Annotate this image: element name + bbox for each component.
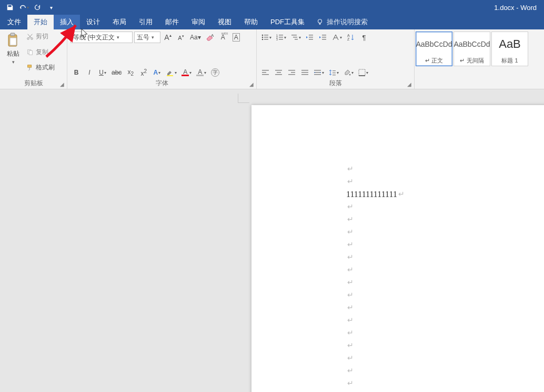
copy-button[interactable]: 复制 bbox=[25, 47, 56, 57]
paragraph-mark-icon: ↵ bbox=[347, 339, 354, 352]
tab-review[interactable]: 审阅 bbox=[185, 15, 211, 29]
strikethrough-button[interactable]: abc bbox=[110, 67, 123, 78]
qat-customize-button[interactable]: ▾ bbox=[45, 2, 57, 13]
svg-rect-10 bbox=[167, 75, 173, 76]
style-heading-1[interactable]: AaB 标题 1 bbox=[491, 32, 528, 66]
justify-button[interactable] bbox=[299, 67, 311, 78]
paragraph[interactable]: 1111111111111↵ bbox=[346, 188, 544, 201]
style-no-spacing[interactable]: AaBbCcDd ↵ 无间隔 bbox=[454, 32, 490, 66]
enclose-char-button[interactable]: 字 bbox=[209, 67, 221, 78]
bucket-icon bbox=[344, 69, 351, 76]
paragraph-mark-icon: ↵ bbox=[347, 226, 354, 239]
align-left-button[interactable] bbox=[260, 67, 271, 78]
paragraph[interactable]: ↵ bbox=[346, 213, 544, 226]
undo-button[interactable]: ▾ bbox=[18, 2, 29, 13]
paragraph[interactable]: ↵ bbox=[346, 339, 544, 352]
tab-home[interactable]: 开始 bbox=[27, 15, 54, 29]
svg-rect-42 bbox=[288, 74, 295, 75]
show-marks-button[interactable]: ¶ bbox=[358, 32, 370, 43]
paragraph[interactable]: ↵ bbox=[346, 327, 544, 339]
paragraph-mark-icon: ↵ bbox=[398, 188, 405, 201]
underline-button[interactable]: U▾ bbox=[97, 67, 108, 78]
paragraph[interactable]: ↵ bbox=[346, 352, 544, 365]
multilevel-list-button[interactable]: ▾ bbox=[289, 32, 303, 43]
document-page[interactable]: ↵↵1111111111111↵↵↵↵↵↵↵↵↵↵↵↵↵↵↵↵↵↵ bbox=[251, 105, 544, 392]
paragraph[interactable]: ↵ bbox=[346, 239, 544, 251]
cut-button[interactable]: 剪切 bbox=[25, 32, 56, 42]
paste-button[interactable]: 粘贴 ▾ bbox=[3, 32, 23, 66]
paragraph[interactable]: ↵ bbox=[346, 264, 544, 276]
tab-help[interactable]: 帮助 bbox=[238, 15, 264, 29]
bold-button[interactable]: B bbox=[70, 67, 82, 78]
tab-design[interactable]: 设计 bbox=[80, 15, 106, 29]
tab-references[interactable]: 引用 bbox=[133, 15, 159, 29]
tab-mailings[interactable]: 邮件 bbox=[159, 15, 185, 29]
borders-button[interactable]: ▾ bbox=[357, 67, 370, 78]
paragraph[interactable]: ↵ bbox=[346, 163, 544, 176]
change-case-button[interactable]: Aa▾ bbox=[188, 32, 203, 43]
tab-insert[interactable]: 插入 bbox=[54, 15, 80, 29]
char-border-button[interactable]: A bbox=[230, 32, 242, 43]
style-normal[interactable]: AaBbCcDd ↵ 正文 bbox=[416, 32, 452, 66]
tell-me-search[interactable]: 操作说明搜索 bbox=[311, 15, 373, 29]
copy-icon bbox=[26, 48, 34, 56]
change-case-icon: Aa bbox=[190, 34, 198, 41]
paragraph[interactable]: ↵ bbox=[346, 226, 544, 239]
asian-layout-button[interactable]: ▾ bbox=[330, 32, 344, 43]
paragraph[interactable]: ↵ bbox=[346, 314, 544, 327]
paintbrush-icon bbox=[26, 64, 34, 71]
paragraph[interactable]: ↵ bbox=[346, 289, 544, 302]
sort-button[interactable]: AZ bbox=[345, 32, 357, 43]
svg-rect-28 bbox=[309, 39, 313, 40]
shrink-font-button[interactable]: A▾ bbox=[175, 32, 187, 43]
decrease-indent-button[interactable] bbox=[304, 32, 316, 43]
grow-font-icon: A▴ bbox=[164, 33, 171, 42]
font-color-button[interactable]: A▾ bbox=[180, 67, 193, 78]
paragraph-launcher[interactable]: ◢ bbox=[406, 80, 413, 88]
paragraph[interactable]: ↵ bbox=[346, 251, 544, 264]
redo-button[interactable] bbox=[32, 2, 43, 13]
line-spacing-icon bbox=[329, 69, 336, 76]
grow-font-button[interactable]: A▴ bbox=[162, 32, 174, 43]
paragraph[interactable]: ↵ bbox=[346, 276, 544, 289]
tab-layout[interactable]: 布局 bbox=[106, 15, 133, 29]
phonetic-guide-button[interactable]: wénA bbox=[217, 32, 229, 43]
font-size-combo[interactable]: 五号 ▾ bbox=[134, 32, 160, 43]
tab-view[interactable]: 视图 bbox=[211, 15, 238, 29]
italic-button[interactable]: I bbox=[84, 67, 95, 78]
superscript-button[interactable]: x2 bbox=[138, 67, 149, 78]
text-effects-button[interactable]: A▾ bbox=[151, 67, 163, 78]
document-area[interactable]: ↵↵1111111111111↵↵↵↵↵↵↵↵↵↵↵↵↵↵↵↵↵↵ bbox=[0, 89, 544, 392]
paragraph[interactable]: ↵ bbox=[346, 176, 544, 188]
paragraph[interactable]: ↵ bbox=[346, 302, 544, 314]
clipboard-launcher[interactable]: ◢ bbox=[58, 80, 66, 88]
font-launcher[interactable]: ◢ bbox=[248, 80, 255, 88]
numbering-button[interactable]: 123▾ bbox=[275, 32, 288, 43]
char-shading-button[interactable]: A▾ bbox=[195, 67, 208, 78]
tab-file[interactable]: 文件 bbox=[1, 15, 27, 29]
paragraph[interactable]: ↵ bbox=[346, 365, 544, 377]
paragraph[interactable]: ↵ bbox=[346, 201, 544, 213]
clear-formatting-button[interactable]: A bbox=[204, 32, 216, 43]
dropdown-caret-icon: ▾ bbox=[27, 5, 29, 10]
bold-icon: B bbox=[74, 69, 79, 76]
paragraph[interactable]: ↵ bbox=[346, 390, 544, 392]
shading-button[interactable]: ▾ bbox=[342, 67, 355, 78]
svg-rect-20 bbox=[279, 37, 283, 38]
group-clipboard-label: 剪贴板 bbox=[0, 79, 67, 88]
bullets-button[interactable]: ▾ bbox=[260, 32, 273, 43]
paragraph[interactable]: ↵ bbox=[346, 377, 544, 390]
highlight-button[interactable]: ▾ bbox=[164, 67, 178, 78]
font-family-combo[interactable]: 等线 (中文正文 ▾ bbox=[70, 32, 133, 43]
subscript-button[interactable]: x2 bbox=[125, 67, 136, 78]
asian-layout-icon bbox=[332, 34, 339, 41]
format-painter-button[interactable]: 格式刷 bbox=[25, 63, 56, 73]
scissors-icon bbox=[26, 33, 34, 40]
line-spacing-button[interactable]: ▾ bbox=[327, 67, 340, 78]
distribute-button[interactable]: ▾ bbox=[313, 67, 326, 78]
align-center-button[interactable] bbox=[273, 67, 285, 78]
increase-indent-button[interactable] bbox=[317, 32, 329, 43]
save-button[interactable] bbox=[4, 2, 16, 13]
tab-pdf-tools[interactable]: PDF工具集 bbox=[264, 15, 311, 29]
align-right-button[interactable] bbox=[286, 67, 298, 78]
